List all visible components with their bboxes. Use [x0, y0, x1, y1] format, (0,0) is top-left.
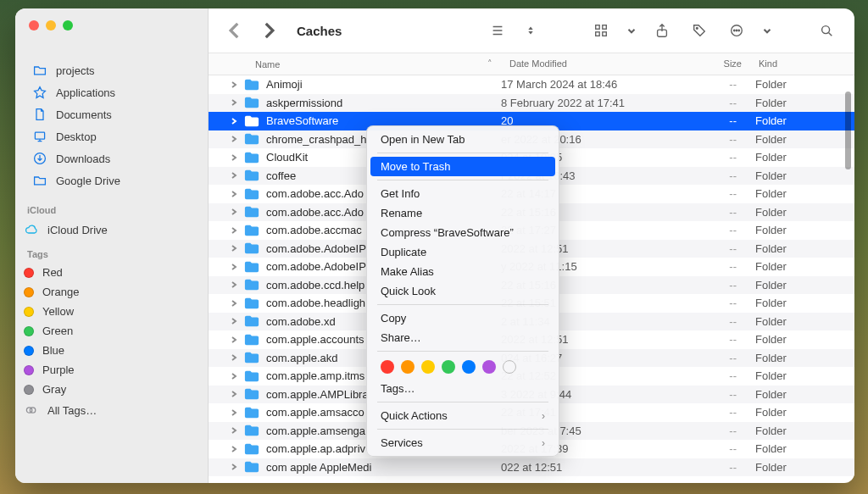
sidebar-all-tags[interactable]: All Tags…: [15, 399, 208, 421]
zoom-window-button[interactable]: [63, 20, 73, 31]
file-size: --: [667, 260, 750, 273]
table-row[interactable]: Animoji 17 March 2024 at 18:46 -- Folder: [209, 75, 854, 94]
ctx-rename[interactable]: Rename: [370, 203, 555, 223]
file-size: --: [667, 406, 750, 419]
ctx-make-alias[interactable]: Make Alias: [370, 262, 555, 281]
file-kind: Folder: [750, 279, 854, 291]
disclosure-triangle-icon[interactable]: [229, 352, 239, 363]
ctx-quick-look[interactable]: Quick Look: [370, 281, 555, 301]
sidebar-tag-gray[interactable]: Gray: [15, 380, 208, 399]
ctx-share[interactable]: Share…: [370, 328, 555, 347]
disclosure-triangle-icon[interactable]: [229, 116, 239, 126]
disclosure-triangle-icon[interactable]: [229, 316, 239, 326]
chevron-right-icon: ›: [542, 437, 545, 449]
file-kind: Folder: [750, 406, 854, 419]
disclosure-triangle-icon[interactable]: [229, 207, 239, 217]
sidebar-tag-purple[interactable]: Purple: [15, 360, 208, 380]
ctx-tags[interactable]: Tags…: [370, 379, 555, 398]
disclosure-triangle-icon[interactable]: [229, 389, 239, 399]
disclosure-triangle-icon[interactable]: [229, 280, 239, 290]
sidebar-item-label: Google Drive: [56, 175, 120, 187]
disclosure-triangle-icon[interactable]: [229, 153, 239, 163]
scrollbar-thumb[interactable]: [845, 92, 851, 169]
sidebar-tag-orange[interactable]: Orange: [15, 282, 208, 302]
file-name: com.adobe.ccd.help: [266, 279, 364, 291]
ctx-tag-none[interactable]: [503, 360, 516, 374]
table-row[interactable]: com apple AppleMedi 022 at 12:51 -- Fold…: [209, 458, 854, 477]
apps-icon: [32, 85, 47, 100]
ctx-open-in-new-tab[interactable]: Open in New Tab: [370, 130, 555, 149]
finder-window: projectsApplicationsDocumentsDesktopDown…: [15, 8, 854, 483]
disclosure-triangle-icon[interactable]: [229, 371, 239, 381]
column-size[interactable]: Size: [667, 53, 750, 75]
ctx-move-to-trash[interactable]: Move to Trash: [370, 157, 555, 176]
disclosure-triangle-icon[interactable]: [229, 444, 239, 454]
ctx-tag-color[interactable]: [381, 360, 394, 374]
back-button[interactable]: [224, 19, 246, 42]
file-name: chrome_crashpad_h: [266, 133, 367, 146]
disclosure-triangle-icon[interactable]: [229, 189, 239, 199]
file-name: com.adobe.AdobeIP: [266, 260, 366, 273]
group-dropdown-button[interactable]: [626, 19, 637, 42]
close-window-button[interactable]: [29, 20, 39, 31]
ctx-tag-color[interactable]: [421, 360, 435, 374]
ctx-tag-color[interactable]: [401, 360, 415, 374]
file-kind: Folder: [750, 133, 854, 146]
disclosure-triangle-icon[interactable]: [229, 408, 239, 418]
file-size: --: [667, 151, 750, 164]
column-name[interactable]: Name ˄: [209, 53, 501, 75]
disclosure-triangle-icon[interactable]: [229, 97, 239, 108]
column-date-modified[interactable]: Date Modified: [501, 53, 667, 75]
view-options-button[interactable]: [522, 19, 539, 42]
disclosure-triangle-icon[interactable]: [229, 298, 239, 308]
sidebar-tag-green[interactable]: Green: [15, 321, 208, 341]
disclosure-triangle-icon[interactable]: [229, 170, 239, 180]
ctx-tag-color[interactable]: [462, 360, 476, 374]
group-button[interactable]: [588, 19, 614, 42]
view-list-button[interactable]: [485, 19, 510, 42]
file-kind: Folder: [750, 461, 854, 474]
disclosure-triangle-icon[interactable]: [229, 425, 239, 436]
ctx-get-info[interactable]: Get Info: [370, 184, 555, 203]
sidebar-item-icloud-drive[interactable]: iCloud Drive: [15, 219, 208, 241]
sidebar-item-google-drive[interactable]: Google Drive: [24, 169, 199, 191]
sidebar-item-downloads[interactable]: Downloads: [24, 147, 199, 169]
disclosure-triangle-icon[interactable]: [229, 335, 239, 345]
disclosure-triangle-icon[interactable]: [229, 134, 239, 144]
sidebar-item-documents[interactable]: Documents: [24, 103, 199, 125]
ctx-copy[interactable]: Copy: [370, 308, 555, 328]
sidebar-tag-yellow[interactable]: Yellow: [15, 302, 208, 321]
table-row[interactable]: askpermissiond 8 February 2022 at 17:41 …: [209, 94, 854, 113]
ctx-duplicate[interactable]: Duplicate: [370, 242, 555, 262]
svg-rect-5: [603, 25, 607, 30]
ctx-quick-actions[interactable]: Quick Actions›: [370, 406, 555, 425]
share-button[interactable]: [649, 19, 675, 42]
file-kind: Folder: [750, 97, 854, 109]
column-kind[interactable]: Kind: [750, 53, 854, 75]
svg-point-13: [738, 30, 739, 31]
ctx-services[interactable]: Services›: [370, 433, 555, 452]
disclosure-triangle-icon[interactable]: [229, 262, 239, 272]
search-button[interactable]: [814, 19, 839, 42]
forward-button[interactable]: [258, 19, 280, 42]
disclosure-triangle-icon[interactable]: [229, 80, 239, 90]
file-name: com.adobe.AdobeIP: [266, 242, 366, 255]
file-size: --: [667, 187, 750, 200]
ctx-tag-color[interactable]: [442, 360, 455, 374]
sidebar-item-desktop[interactable]: Desktop: [24, 125, 199, 147]
sidebar-item-applications[interactable]: Applications: [24, 81, 199, 103]
ctx-compress[interactable]: Compress “BraveSoftware”: [370, 223, 555, 242]
disclosure-triangle-icon[interactable]: [229, 225, 239, 236]
file-kind: Folder: [750, 369, 854, 382]
tag-button[interactable]: [687, 19, 712, 42]
ctx-tag-color[interactable]: [482, 360, 496, 374]
disclosure-triangle-icon[interactable]: [229, 462, 239, 472]
file-size: --: [667, 461, 750, 474]
disclosure-triangle-icon[interactable]: [229, 243, 239, 253]
sidebar-item-projects[interactable]: projects: [24, 59, 199, 81]
actions-button[interactable]: [724, 19, 749, 42]
sidebar-tag-blue[interactable]: Blue: [15, 341, 208, 360]
actions-dropdown-button[interactable]: [761, 19, 773, 42]
minimize-window-button[interactable]: [46, 20, 56, 31]
sidebar-tag-red[interactable]: Red: [15, 263, 208, 282]
